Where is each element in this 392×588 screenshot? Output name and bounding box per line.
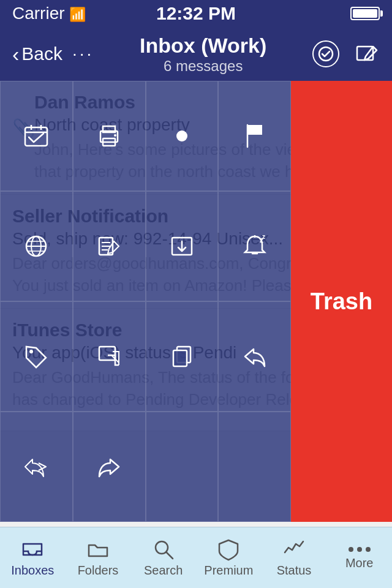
reply-icon xyxy=(241,343,268,370)
nav-left: ‹ Back ··· xyxy=(12,42,94,66)
more-dots-button[interactable]: ··· xyxy=(72,44,94,64)
svg-point-9 xyxy=(114,134,116,137)
action-text-edit[interactable] xyxy=(73,191,146,301)
compose-button[interactable] xyxy=(354,41,380,67)
action-download[interactable] xyxy=(146,191,219,301)
reply-all-icon xyxy=(23,453,50,480)
action-forward[interactable] xyxy=(73,412,146,522)
nav-title: Inbox (Work) xyxy=(94,34,312,58)
tag-icon xyxy=(23,343,50,370)
tab-more-label: More xyxy=(345,556,374,570)
tab-search[interactable]: Search xyxy=(130,527,196,588)
copy-icon xyxy=(168,343,195,370)
tab-inboxes[interactable]: Inboxes xyxy=(0,527,66,588)
trash-label: Trash xyxy=(311,288,372,315)
more-icon xyxy=(348,545,371,554)
nav-right xyxy=(312,40,380,67)
svg-text:z: z xyxy=(262,233,265,240)
calendar-icon xyxy=(23,123,50,149)
globe-icon xyxy=(23,233,50,260)
status-bar: Carrier 📶 12:32 PM xyxy=(0,0,392,27)
action-reply[interactable] xyxy=(218,301,291,412)
action-flag[interactable] xyxy=(218,81,291,191)
text-edit-icon xyxy=(96,233,123,260)
nav-center: Inbox (Work) 6 messages xyxy=(94,34,312,75)
tab-more[interactable]: More xyxy=(326,527,392,588)
tab-bar: Inboxes Folders Search Premium Status xyxy=(0,527,392,588)
action-globe[interactable] xyxy=(0,191,73,301)
battery-icon xyxy=(350,7,380,20)
nav-bar: ‹ Back ··· Inbox (Work) 6 messages xyxy=(0,27,392,81)
svg-rect-28 xyxy=(173,350,187,366)
tab-inboxes-label: Inboxes xyxy=(11,564,54,578)
tab-folders-label: Folders xyxy=(78,564,119,578)
search-icon xyxy=(152,538,175,561)
status-icon xyxy=(282,538,306,561)
svg-point-31 xyxy=(349,547,353,552)
checkmark-icon xyxy=(318,46,334,62)
svg-point-33 xyxy=(366,547,371,552)
flag-icon xyxy=(243,123,267,149)
tab-status-label: Status xyxy=(277,564,312,578)
check-circle-button[interactable] xyxy=(312,40,339,67)
action-tag[interactable] xyxy=(0,301,73,412)
action-empty xyxy=(146,412,219,522)
wifi-icon: 📶 xyxy=(69,7,86,22)
carrier-label: Carrier 📶 xyxy=(12,4,86,23)
back-button[interactable]: ‹ Back xyxy=(12,42,62,66)
bell-icon: z z xyxy=(241,233,268,260)
back-label: Back xyxy=(21,43,62,64)
move-icon xyxy=(96,343,123,370)
svg-point-0 xyxy=(319,47,333,61)
nav-subtitle: 6 messages xyxy=(94,58,312,75)
print-icon xyxy=(96,123,123,149)
tab-premium[interactable]: Premium xyxy=(196,527,262,588)
action-overlay: z z xyxy=(0,81,291,522)
action-calendar[interactable] xyxy=(0,81,73,191)
action-reminder[interactable]: z z xyxy=(218,191,291,301)
action-copy[interactable] xyxy=(146,301,219,412)
inboxes-icon xyxy=(21,538,44,561)
tab-premium-label: Premium xyxy=(204,564,253,578)
back-arrow-icon: ‹ xyxy=(12,42,19,66)
download-icon xyxy=(168,233,195,260)
tab-folders[interactable]: Folders xyxy=(66,527,131,588)
battery-indicator xyxy=(350,7,380,20)
svg-line-30 xyxy=(166,552,173,559)
compose-icon xyxy=(356,43,378,65)
action-print[interactable] xyxy=(73,81,146,191)
svg-point-32 xyxy=(357,547,362,552)
action-reply-all[interactable] xyxy=(0,412,73,522)
action-empty2 xyxy=(218,412,291,522)
shield-icon xyxy=(217,538,240,561)
trash-button[interactable]: Trash xyxy=(291,81,392,522)
forward-icon xyxy=(96,453,123,480)
action-unread[interactable] xyxy=(146,81,219,191)
tab-search-label: Search xyxy=(144,564,183,578)
svg-point-24 xyxy=(29,350,33,353)
tab-status[interactable]: Status xyxy=(262,527,327,588)
action-move[interactable] xyxy=(73,301,146,412)
time-label: 12:32 PM xyxy=(156,3,236,24)
svg-rect-25 xyxy=(99,347,115,360)
folders-icon xyxy=(86,538,110,561)
